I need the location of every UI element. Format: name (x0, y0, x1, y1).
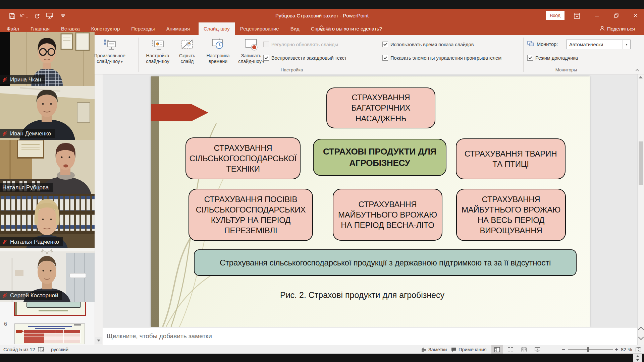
checkbox-play-narrations[interactable]: Воспроизвести закадровый текст (263, 55, 347, 61)
group-label-monitors: Мониторы (533, 67, 600, 73)
participant-name: Наталья Радченко (10, 239, 59, 245)
box-agricultural-machinery[interactable]: СТРАХУВАННЯ СІЛЬСЬКОГОСПОДАРСЬКОЇ ТЕХНІК… (185, 137, 301, 179)
corner-scroll-down-button[interactable] (633, 358, 642, 362)
banner-state-support[interactable]: Страхування сільськогосподарської продук… (194, 249, 577, 276)
minimize-button[interactable] (592, 11, 602, 20)
participant-name-tag: Наталья Рубцова (0, 183, 53, 192)
box-future-harvest-full-period[interactable]: СТРАХУВАННЯ МАЙБУТНЬОГО ВРОЖАЮ НА ВЕСЬ П… (456, 189, 566, 241)
checkbox-box[interactable] (263, 42, 269, 47)
chevron-down-icon[interactable]: ▾ (623, 40, 630, 49)
checkbox-box[interactable] (382, 55, 388, 61)
setup-slideshow-label: Настройка слайд-шоу (141, 53, 174, 64)
participant-name-tag: Наталья Радченко (0, 237, 63, 246)
slide-thumbnail-5-selected[interactable] (14, 300, 86, 316)
view-slide-sorter-button[interactable] (505, 345, 516, 354)
spell-check-icon[interactable] (38, 345, 44, 354)
slide-thumbnail-6[interactable] (14, 323, 85, 344)
box-crops-overwinter[interactable]: СТРАХУВАННЯ ПОСІВІВ СІЛЬСЬКОГОСПОДАРСЬКИ… (189, 189, 313, 241)
thumbnail-scroll-down-button[interactable] (95, 337, 102, 344)
group-label-settings: Настройка (258, 67, 325, 73)
box-animals-poultry[interactable]: СТРАХУВАННЯ ТВАРИН ТА ПТИЦІ (456, 138, 566, 179)
monitor-dropdown[interactable]: Автоматически ▾ (566, 40, 631, 49)
checkbox-box[interactable] (382, 42, 388, 47)
box-future-harvest-spring-summer[interactable]: СТРАХУВАННЯ МАЙБУТНЬОГО ВРОЖАЮ НА ПЕРІОД… (333, 189, 442, 241)
video-conference-panel: Ирина Чкан Иван Демченко (0, 32, 95, 302)
notes-toggle-label: Заметки (428, 347, 447, 352)
participant-name: Сергей Косторной (10, 292, 58, 299)
rehearse-timings-button[interactable]: Настройка времени (204, 38, 232, 68)
comments-toggle-label: Примечания (459, 347, 487, 352)
ribbon-group-divider (523, 38, 524, 72)
participant-tile-active-speaker[interactable]: Наталья Рубцова (0, 140, 95, 194)
share-label: Поделиться (607, 26, 635, 32)
participant-name: Наталья Рубцова (2, 184, 49, 191)
collapse-ribbon-button[interactable] (635, 68, 639, 73)
corner-scroll-up-button[interactable] (633, 354, 642, 358)
participant-tile[interactable]: Наталья Радченко (0, 194, 95, 248)
tab-transitions[interactable]: Переходы (130, 22, 156, 35)
top-letterbox (0, 0, 644, 9)
view-reading-button[interactable] (518, 345, 530, 354)
zoom-level-indicator[interactable]: 82 % (621, 345, 632, 354)
tab-view[interactable]: Вид (289, 22, 301, 35)
language-indicator[interactable]: русский (51, 345, 68, 354)
tab-review[interactable]: Рецензирование (239, 22, 280, 35)
mic-muted-icon (2, 293, 7, 298)
slide-number-indicator[interactable]: Слайд 5 из 12 (3, 345, 35, 354)
zoom-out-button[interactable]: − (561, 345, 566, 354)
person-icon (600, 26, 605, 32)
participant-name-tag: Сергей Косторной (0, 291, 62, 300)
participant-tile[interactable]: Иван Демченко (0, 86, 95, 140)
share-button[interactable]: Поделиться (600, 22, 635, 35)
box-perennial-plantings[interactable]: СТРАХУВАННЯ БАГАТОРІЧНИХ НАСАДЖЕНЬ (326, 87, 435, 128)
fit-slide-to-window-button[interactable] (633, 345, 643, 354)
view-normal-button[interactable] (491, 345, 503, 354)
hide-slide-icon (173, 38, 201, 51)
rehearse-timings-icon (204, 38, 232, 51)
participant-name: Иван Демченко (10, 130, 51, 137)
tab-animations[interactable]: Анимация (165, 22, 191, 35)
tab-slideshow[interactable]: Слайд-шоу (199, 22, 235, 35)
zoom-slider-track[interactable] (568, 349, 613, 350)
checkbox-use-timings[interactable]: Использовать время показа слайдов (382, 42, 474, 47)
checkbox-box[interactable] (263, 55, 269, 61)
notes-placeholder[interactable]: Щелкните, чтобы добавить заметки (107, 333, 212, 340)
checkbox-update-slides[interactable]: Регулярно обновлять слайды (263, 42, 338, 47)
close-button[interactable] (631, 11, 641, 20)
ribbon-divider (202, 38, 202, 72)
notes-toggle-button[interactable]: Заметки (421, 345, 447, 354)
monitor-label: Монитор: (537, 42, 558, 47)
comments-toggle-button[interactable]: Примечания (451, 345, 487, 354)
checkbox-show-media-controls[interactable]: Показать элементы управления проигрывате… (382, 55, 501, 61)
zoom-in-button[interactable]: + (614, 345, 619, 354)
main-vertical-scrollbar[interactable] (637, 74, 644, 345)
view-slideshow-button[interactable] (532, 345, 543, 354)
participant-tile[interactable]: Ирина Чкан (0, 32, 95, 86)
tell-me-box[interactable]: Что вы хотите сделать? (319, 22, 382, 35)
status-bar: Слайд 5 из 12 русский Заметки Примечания… (0, 345, 644, 354)
setup-slideshow-icon (141, 38, 174, 51)
checkbox-label: Воспроизвести закадровый текст (271, 55, 347, 61)
lightbulb-icon (319, 25, 324, 32)
restore-button[interactable] (611, 11, 621, 20)
checkbox-label: Режим докладчика (535, 55, 578, 61)
checkbox-box[interactable] (527, 55, 533, 61)
sign-in-button[interactable]: Вход (546, 11, 565, 20)
box-insurance-products-title[interactable]: СТРАХОВІ ПРОДУКТИ ДЛЯ АГРОБІЗНЕСУ (313, 139, 446, 176)
thumbnail-scrollbar[interactable] (95, 74, 103, 345)
notes-pane[interactable]: Щелкните, чтобы добавить заметки (103, 327, 637, 345)
mic-muted-icon (2, 239, 7, 245)
monitor-dropdown-value: Автоматически (567, 42, 623, 47)
next-slide-button[interactable] (638, 335, 644, 340)
scrollbar-thumb[interactable] (639, 141, 643, 185)
previous-slide-button[interactable] (638, 327, 644, 333)
participant-tile[interactable]: Сергей Косторной (0, 248, 95, 302)
ribbon-display-options-button[interactable] (573, 12, 581, 20)
zoom-slider-thumb[interactable] (587, 347, 589, 352)
setup-slideshow-button[interactable]: Настройка слайд-шоу (141, 38, 174, 68)
hide-slide-button[interactable]: Скрыть слайд (173, 38, 201, 68)
screen: Рубцова Страховий захист - PowerPoint Вх… (0, 0, 644, 362)
scroll-up-arrow[interactable] (639, 76, 643, 78)
checkbox-presenter-view[interactable]: Режим докладчика (527, 55, 578, 61)
slide-canvas[interactable]: СТРАХУВАННЯ БАГАТОРІЧНИХ НАСАДЖЕНЬ СТРАХ… (151, 76, 590, 327)
